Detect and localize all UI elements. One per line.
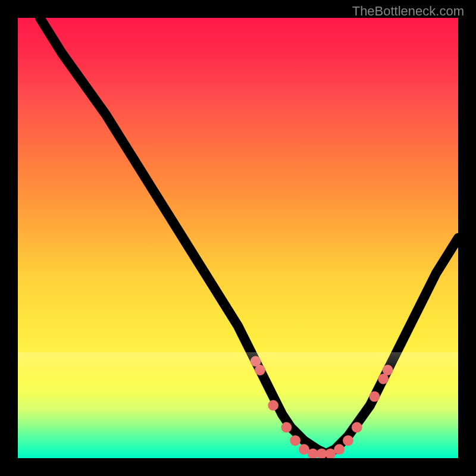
- curve-marker: [352, 422, 362, 433]
- curve-marker: [383, 365, 393, 375]
- chart-plot-area: [18, 18, 458, 458]
- bottleneck-curve: [40, 18, 458, 454]
- curve-marker: [281, 422, 292, 433]
- curve-marker: [334, 444, 345, 455]
- curve-marker: [255, 365, 265, 375]
- watermark-text: TheBottleneck.com: [352, 4, 464, 19]
- curve-marker: [268, 400, 278, 411]
- curve-marker: [343, 436, 353, 446]
- curve-marker: [290, 436, 300, 446]
- bottleneck-curve-svg: [18, 18, 458, 458]
- curve-marker: [369, 392, 380, 402]
